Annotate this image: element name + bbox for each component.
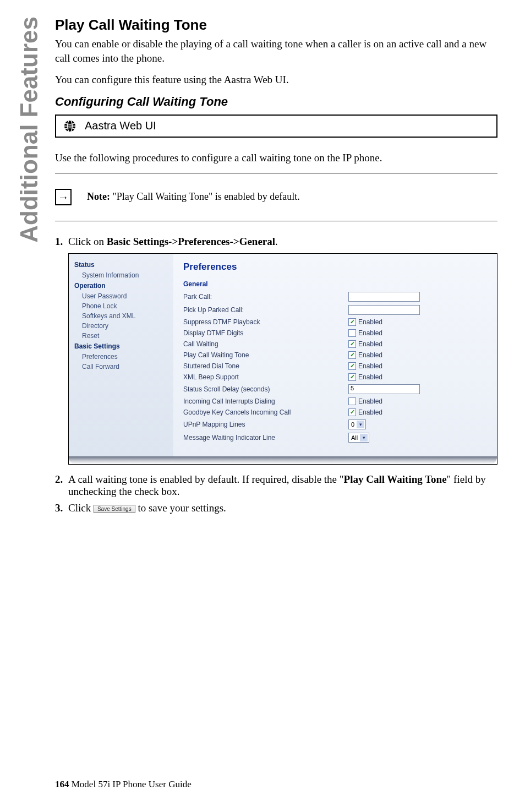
enabled-incoming-interrupts: Enabled <box>358 397 382 405</box>
select-mwi[interactable]: All▾ <box>348 433 369 443</box>
chk-call-waiting[interactable]: ✓ <box>348 340 356 348</box>
step3-a: Click <box>68 502 94 514</box>
row-stuttered: Stuttered Dial Tone ✓Enabled <box>183 361 487 372</box>
row-status-scroll: Status Scroll Delay (seconds) 5 <box>183 383 487 396</box>
note-label: Note: <box>87 191 112 202</box>
nav-status-header: Status <box>74 259 173 270</box>
screenshot: Status System Information Operation User… <box>69 254 497 456</box>
steps-list: Click on Basic Settings->Preferences->Ge… <box>55 236 497 514</box>
nav-directory[interactable]: Directory <box>74 321 173 331</box>
chk-play-cw-tone[interactable]: ✓ <box>348 351 356 359</box>
chevron-down-icon: ▾ <box>360 434 368 442</box>
enabled-xml-beep: Enabled <box>358 373 382 381</box>
lbl-goodbye: Goodbye Key Cancels Incoming Call <box>183 408 348 416</box>
row-xml-beep: XML Beep Support ✓Enabled <box>183 372 487 383</box>
lbl-call-waiting: Call Waiting <box>183 340 348 348</box>
step-2: A call waiting tone is enabled by defaul… <box>55 473 497 498</box>
footer-text: Model 57i IP Phone User Guide <box>69 779 192 789</box>
nav-basic-header: Basic Settings <box>74 341 173 352</box>
chevron-down-icon: ▾ <box>357 421 364 428</box>
input-status-scroll[interactable]: 5 <box>348 384 420 394</box>
nav-panel: Status System Information Operation User… <box>69 254 173 456</box>
enabled-stuttered: Enabled <box>358 362 382 370</box>
nav-system-info[interactable]: System Information <box>74 270 173 280</box>
nav-call-forward[interactable]: Call Forward <box>74 362 173 372</box>
note-arrow-icon: → <box>55 189 72 205</box>
intro-paragraph-2: You can configure this feature using the… <box>55 73 497 87</box>
chk-xml-beep[interactable]: ✓ <box>348 373 356 381</box>
footer-page-number: 164 <box>55 779 69 789</box>
input-park-call[interactable] <box>348 292 420 302</box>
step1-pre: Click on <box>68 236 107 247</box>
nav-reset[interactable]: Reset <box>74 331 173 341</box>
chk-goodbye[interactable]: ✓ <box>348 408 356 416</box>
enabled-suppress-dtmf: Enabled <box>358 318 382 326</box>
select-upnp-value: 0 <box>351 421 354 428</box>
chk-display-dtmf[interactable] <box>348 329 356 337</box>
row-suppress-dtmf: Suppress DTMF Playback ✓Enabled <box>183 317 487 328</box>
procedure-intro: Use the following procedures to configur… <box>55 151 497 165</box>
step1-bold: Basic Settings->Preferences->General <box>107 236 275 247</box>
nav-softkeys[interactable]: Softkeys and XML <box>74 311 173 321</box>
row-incoming-interrupts: Incoming Call Interrupts Dialing Enabled <box>183 396 487 407</box>
step2-a: A call waiting tone is enabled by defaul… <box>68 473 344 485</box>
chk-suppress-dtmf[interactable]: ✓ <box>348 318 356 326</box>
nav-user-password[interactable]: User Password <box>74 291 173 301</box>
lbl-pick-up: Pick Up Parked Call: <box>183 306 348 314</box>
enabled-display-dtmf: Enabled <box>358 329 382 337</box>
note-body: "Play Call Waiting Tone" is enabled by d… <box>112 191 299 202</box>
screenshot-frame: Status System Information Operation User… <box>68 253 497 465</box>
lbl-xml-beep: XML Beep Support <box>183 373 348 381</box>
row-display-dtmf: Display DTMF Digits Enabled <box>183 328 487 339</box>
lbl-display-dtmf: Display DTMF Digits <box>183 329 348 337</box>
step2-bold: Play Call Waiting Tone <box>344 473 447 485</box>
web-ui-box: Aastra Web UI <box>55 115 497 138</box>
lbl-play-cw-tone: Play Call Waiting Tone <box>183 351 348 359</box>
side-tab: Additional Features <box>15 17 43 243</box>
input-pick-up[interactable] <box>348 305 420 315</box>
enabled-goodbye: Enabled <box>358 408 382 416</box>
row-call-waiting: Call Waiting ✓Enabled <box>183 339 487 350</box>
note-block: → Note: "Play Call Waiting Tone" is enab… <box>55 173 497 221</box>
select-mwi-value: All <box>351 434 358 441</box>
intro-paragraph-1: You can enable or disable the playing of… <box>55 37 497 65</box>
lbl-suppress-dtmf: Suppress DTMF Playback <box>183 318 348 326</box>
lbl-stuttered: Stuttered Dial Tone <box>183 362 348 370</box>
row-upnp: UPnP Mapping Lines 0▾ <box>183 418 487 431</box>
lbl-incoming-interrupts: Incoming Call Interrupts Dialing <box>183 397 348 405</box>
row-pick-up: Pick Up Parked Call: <box>183 303 487 317</box>
page-title: Play Call Waiting Tone <box>55 17 497 34</box>
lbl-mwi: Message Waiting Indicator Line <box>183 434 348 442</box>
step-3: Click Save Settings to save your setting… <box>55 502 497 514</box>
enabled-play-cw-tone: Enabled <box>358 351 382 359</box>
row-play-cw-tone: Play Call Waiting Tone ✓Enabled <box>183 350 487 361</box>
step-1: Click on Basic Settings->Preferences->Ge… <box>55 236 497 465</box>
content-panel: Preferences General Park Call: Pick Up P… <box>173 254 497 456</box>
lbl-upnp: UPnP Mapping Lines <box>183 421 348 428</box>
nav-operation-header: Operation <box>74 280 173 291</box>
row-mwi: Message Waiting Indicator Line All▾ <box>183 431 487 444</box>
nav-preferences[interactable]: Preferences <box>74 352 173 362</box>
globe-icon <box>63 119 77 133</box>
content-title: Preferences <box>183 261 487 273</box>
row-goodbye: Goodbye Key Cancels Incoming Call ✓Enabl… <box>183 407 487 418</box>
step1-post: . <box>275 236 278 247</box>
select-upnp[interactable]: 0▾ <box>348 419 366 429</box>
group-general: General <box>183 280 487 288</box>
save-settings-button[interactable]: Save Settings <box>94 505 135 513</box>
enabled-call-waiting: Enabled <box>358 340 382 348</box>
lbl-park-call: Park Call: <box>183 293 348 301</box>
chk-stuttered[interactable]: ✓ <box>348 362 356 370</box>
step3-b: to save your settings. <box>135 502 226 514</box>
row-park-call: Park Call: <box>183 290 487 303</box>
sub-title: Configuring Call Waiting Tone <box>55 95 497 109</box>
note-text: Note: "Play Call Waiting Tone" is enable… <box>87 186 300 203</box>
page-footer: 164 Model 57i IP Phone User Guide <box>55 779 192 790</box>
nav-phone-lock[interactable]: Phone Lock <box>74 301 173 311</box>
chk-incoming-interrupts[interactable] <box>348 397 356 405</box>
web-ui-label: Aastra Web UI <box>85 119 156 132</box>
screenshot-shadow <box>69 456 497 464</box>
lbl-status-scroll: Status Scroll Delay (seconds) <box>183 385 348 393</box>
